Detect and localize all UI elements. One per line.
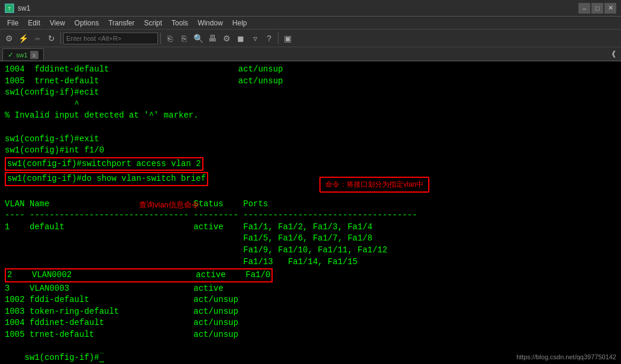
toolbar-copy[interactable]: ⎓ <box>31 32 44 45</box>
separator-1 <box>60 32 61 44</box>
menu-tools[interactable]: Tools <box>167 18 193 28</box>
toolbar-filter[interactable]: ▿ <box>248 32 261 45</box>
menu-script[interactable]: Script <box>139 18 167 28</box>
terminal-line-7: sw1(config)#int f1/0 <box>5 145 616 157</box>
terminal-line-0: 1004 fddinet-default act/unsup <box>5 64 616 76</box>
menu-view[interactable]: View <box>45 18 70 28</box>
terminal-line-5 <box>5 122 616 134</box>
svg-text:T: T <box>8 6 11 11</box>
close-button[interactable]: ✕ <box>604 3 616 14</box>
tab-bar: ✓ sw1 x ❰ <box>0 47 621 61</box>
terminal-vlan-3: 3 VLAN0003 active <box>5 283 616 295</box>
tab-label: sw1 <box>16 51 28 58</box>
menu-help[interactable]: Help <box>228 18 252 28</box>
toolbar-copy2[interactable]: ⎗ <box>163 32 176 45</box>
maximize-button[interactable]: □ <box>591 3 603 14</box>
menu-options[interactable]: Options <box>70 18 104 28</box>
tab-sw1[interactable]: ✓ sw1 x <box>2 48 44 60</box>
terminal-line-1: 1005 trnet-default act/unsup <box>5 76 616 87</box>
terminal-vlan-1004: 1004 fddinet-default act/unsup <box>5 317 616 329</box>
app-icon: T <box>5 4 14 13</box>
terminal[interactable]: 1004 fddinet-default act/unsup 1005 trne… <box>0 61 621 364</box>
separator-2 <box>160 32 161 44</box>
menu-file[interactable]: File <box>2 18 23 28</box>
toolbar-refresh[interactable]: ↻ <box>45 32 58 45</box>
toolbar-settings[interactable]: ⚙ <box>220 32 233 45</box>
toolbar-monitor[interactable]: ◼ <box>234 32 247 45</box>
terminal-line-4: % Invalid input detected at '^' marker. <box>5 110 616 122</box>
terminal-vlan-1a: 1 default active Fa1/1, Fa1/2, Fa1/3, Fa… <box>5 222 616 233</box>
toolbar-paste[interactable]: ⎘ <box>177 32 190 45</box>
menu-bar: File Edit View Options Transfer Script T… <box>0 17 621 30</box>
terminal-line-6: sw1(config-if)#exit <box>5 134 616 145</box>
host-input[interactable] <box>63 32 158 44</box>
minimize-button[interactable]: – <box>578 3 590 14</box>
terminal-vlan-1005: 1005 trnet-default act/unsup <box>5 329 616 341</box>
terminal-vlan-1b: Fa1/5, Fa1/6, Fa1/7, Fa1/8 <box>5 233 616 245</box>
terminal-vlan-2: 2 VLAN0002 active Fa1/0 <box>7 270 270 280</box>
terminal-line-2: sw1(config-if)#ecit <box>5 87 616 99</box>
tab-close-button[interactable]: x <box>30 51 38 59</box>
terminal-vlan-1002: 1002 fddi-default act/unsup <box>5 294 616 306</box>
tab-check-icon: ✓ <box>8 51 14 59</box>
annotation-vlan-command: 命令：将接口划分为指定vlan中 <box>319 177 429 193</box>
toolbar: ⚙ ⚡ ⎓ ↻ ⎗ ⎘ 🔍 🖶 ⚙ ◼ ▿ ? ▣ <box>0 30 621 47</box>
toolbar-print[interactable]: 🖶 <box>206 32 219 45</box>
terminal-line-8: sw1(config-if)#switchport access vlan 2 <box>7 159 201 168</box>
url-watermark: https://blog.csdn.net/qq397750142 <box>516 353 616 362</box>
menu-edit[interactable]: Edit <box>23 18 45 28</box>
toolbar-help[interactable]: ? <box>263 32 276 45</box>
toolbar-find[interactable]: 🔍 <box>192 32 205 45</box>
toolbar-lightning[interactable]: ⚡ <box>17 32 30 45</box>
terminal-line-9: sw1(config-if)#do show vlan-switch brief <box>7 174 206 183</box>
title-bar: T sw1 – □ ✕ <box>0 0 621 17</box>
collapse-icon[interactable]: ❰ <box>612 49 619 59</box>
menu-window[interactable]: Window <box>193 18 228 28</box>
toolbar-new[interactable]: ⚙ <box>2 32 15 45</box>
terminal-vlan-header: VLAN Name Status Ports <box>5 199 616 210</box>
toolbar-image[interactable]: ▣ <box>281 32 294 45</box>
terminal-vlan-1d: Fa1/13 Fa1/14, Fa1/15 <box>5 256 616 268</box>
window-title: sw1 <box>18 4 578 12</box>
terminal-blank <box>5 187 616 199</box>
terminal-line-3: ^ <box>5 99 616 110</box>
terminal-vlan-sep: ---- -------------------------------- --… <box>5 210 616 222</box>
menu-transfer[interactable]: Transfer <box>104 18 139 28</box>
annotation-query-command: 查询vlan信息命令 <box>139 200 199 210</box>
terminal-vlan-1c: Fa1/9, Fa1/10, Fa1/11, Fa1/12 <box>5 245 616 256</box>
separator-3 <box>278 32 279 44</box>
window-controls[interactable]: – □ ✕ <box>578 3 616 14</box>
terminal-vlan-1003: 1003 token-ring-default act/unsup <box>5 306 616 318</box>
